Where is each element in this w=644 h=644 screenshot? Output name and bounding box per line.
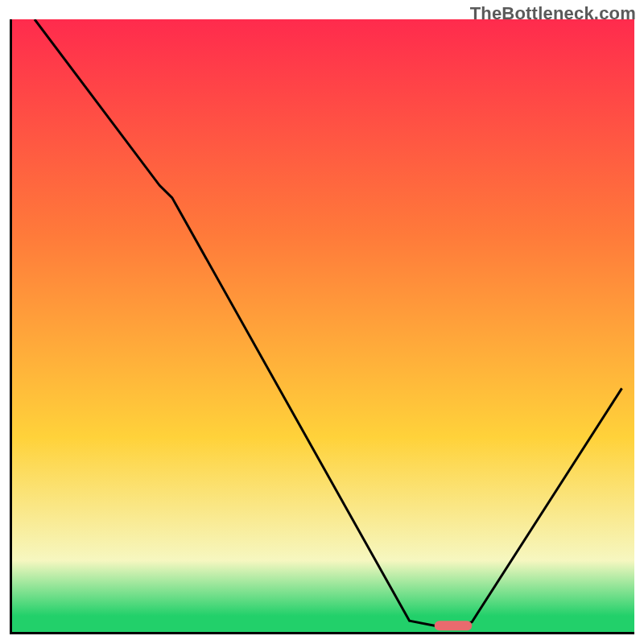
chart-frame: TheBottleneck.com bbox=[0, 0, 644, 644]
plot-area bbox=[10, 19, 634, 634]
optimum-marker bbox=[435, 621, 473, 630]
chart-svg bbox=[10, 19, 634, 634]
